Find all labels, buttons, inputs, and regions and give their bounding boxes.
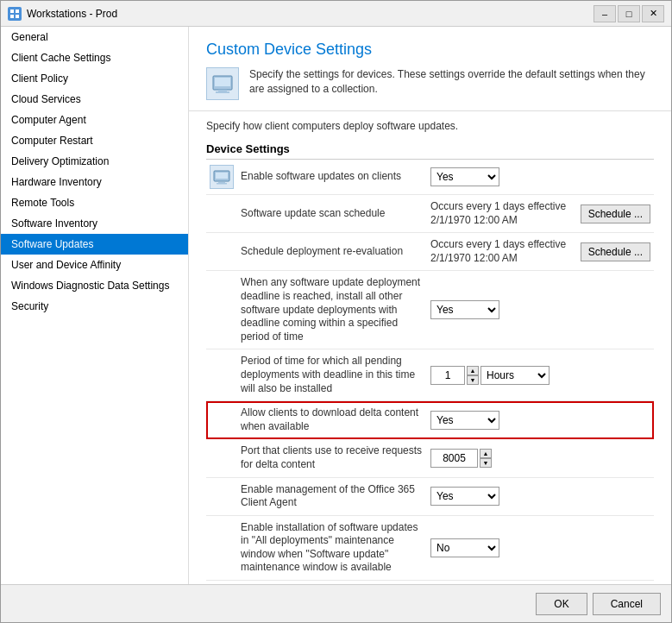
main-window: Workstations - Prod – □ ✕ GeneralClient …	[0, 0, 672, 623]
setting-select-5[interactable]: YesNo	[430, 411, 499, 430]
sidebar-item-windows-diagnostic-data-settings[interactable]: Windows Diagnostic Data Settings	[1, 275, 188, 296]
close-button[interactable]: ✕	[642, 5, 664, 22]
sidebar: GeneralClient Cache SettingsClient Polic…	[1, 27, 189, 584]
window-title: Workstations - Prod	[27, 8, 117, 20]
table-row: When any software update deployment dead…	[206, 271, 654, 349]
setting-select-8[interactable]: YesNo	[430, 538, 499, 557]
svg-rect-6	[218, 90, 227, 91]
setting-label: Enable software updates on clients	[237, 160, 427, 195]
setting-icon	[210, 165, 234, 189]
header-description: Specify the settings for devices. These …	[249, 67, 654, 97]
panel-title: Custom Device Settings	[206, 41, 654, 59]
table-row: Allow clients to download delta content …	[206, 401, 654, 439]
cancel-button[interactable]: Cancel	[593, 593, 661, 615]
sidebar-item-user-and-device-affinity[interactable]: User and Device Affinity	[1, 255, 188, 275]
setting-label: Schedule deployment re-evaluation	[237, 233, 427, 271]
sidebar-item-software-inventory[interactable]: Software Inventory	[1, 213, 188, 234]
setting-select-3[interactable]: YesNo	[430, 300, 499, 319]
setting-label: Enable management of the Office 365 Clie…	[237, 477, 427, 515]
setting-value-text: Occurs every 1 days effective 2/1/1970 1…	[430, 200, 566, 226]
app-icon	[8, 7, 22, 21]
footer-bar: OK Cancel	[1, 584, 671, 622]
svg-rect-5	[215, 78, 230, 86]
sidebar-item-general[interactable]: General	[1, 27, 188, 47]
schedule-button-2[interactable]: Schedule ...	[581, 242, 650, 261]
sidebar-item-computer-agent[interactable]: Computer Agent	[1, 110, 188, 130]
sidebar-item-client-policy[interactable]: Client Policy	[1, 68, 188, 89]
sidebar-item-software-updates[interactable]: Software Updates	[1, 234, 188, 255]
table-row: Enable software updates on clientsYesNo	[206, 160, 654, 195]
sidebar-item-client-cache-settings[interactable]: Client Cache Settings	[1, 47, 188, 68]
setting-label: Allow clients to download delta content …	[237, 401, 427, 439]
main-header: Custom Device Settings Specify the setti…	[189, 27, 671, 111]
setting-value-text: Occurs every 1 days effective 2/1/1970 1…	[430, 238, 566, 264]
setting-label: Port that clients use to receive request…	[237, 439, 427, 477]
schedule-button-1[interactable]: Schedule ...	[581, 205, 650, 223]
hours-select-4[interactable]: HoursDaysWeeks	[480, 366, 550, 385]
setting-label: Software update scan schedule	[237, 195, 427, 233]
setting-select-7[interactable]: YesNo	[430, 487, 499, 506]
device-settings-header: Device Settings	[206, 137, 654, 160]
svg-rect-3	[16, 15, 19, 18]
table-row: Software update scan scheduleOccurs ever…	[206, 195, 654, 233]
spin-up[interactable]: ▲	[480, 449, 492, 458]
svg-rect-1	[16, 9, 19, 13]
table-row: Period of time for which all pending dep…	[206, 349, 654, 401]
sidebar-item-remote-tools[interactable]: Remote Tools	[1, 192, 188, 213]
table-row: Enable management of the Office 365 Clie…	[206, 477, 654, 515]
sidebar-item-computer-restart[interactable]: Computer Restart	[1, 130, 188, 151]
sidebar-item-hardware-inventory[interactable]: Hardware Inventory	[1, 172, 188, 192]
spin-down[interactable]: ▼	[480, 458, 492, 468]
spin-down[interactable]: ▼	[467, 375, 479, 385]
main-panel: Custom Device Settings Specify the setti…	[189, 27, 671, 584]
sidebar-item-delivery-optimization[interactable]: Delivery Optimization	[1, 151, 188, 172]
settings-table: Enable software updates on clientsYesNoS…	[206, 160, 654, 584]
header-icon	[206, 67, 239, 100]
sidebar-item-cloud-services[interactable]: Cloud Services	[1, 89, 188, 110]
number-input-4[interactable]	[430, 366, 465, 385]
title-bar-left: Workstations - Prod	[8, 7, 117, 21]
port-input-6[interactable]	[430, 449, 478, 468]
svg-rect-2	[10, 15, 14, 18]
specify-text: Specify how client computers deploy soft…	[189, 111, 671, 137]
table-row: Enable installation of software updates …	[206, 515, 654, 580]
setting-label: Period of time for which all pending dep…	[237, 349, 427, 401]
svg-rect-11	[217, 183, 227, 185]
minimize-button[interactable]: –	[593, 5, 616, 22]
title-bar: Workstations - Prod – □ ✕	[1, 1, 671, 27]
setting-label: When any software update deployment dead…	[237, 271, 427, 349]
setting-label: Enable installation of software updates …	[237, 515, 427, 580]
setting-select-0[interactable]: YesNo	[430, 167, 499, 186]
window-controls: – □ ✕	[593, 5, 664, 22]
sidebar-item-security[interactable]: Security	[1, 296, 188, 317]
maximize-button[interactable]: □	[618, 5, 640, 22]
table-row: Port that clients use to receive request…	[206, 439, 654, 477]
svg-rect-0	[10, 9, 14, 13]
svg-rect-7	[216, 91, 229, 93]
header-info: Specify the settings for devices. These …	[206, 67, 654, 100]
ok-button[interactable]: OK	[536, 593, 587, 615]
content-area: GeneralClient Cache SettingsClient Polic…	[1, 27, 671, 584]
table-row: Schedule deployment re-evaluationOccurs …	[206, 233, 654, 271]
settings-outer: Device Settings Enable software updates …	[189, 137, 671, 584]
settings-panel[interactable]: Device Settings Enable software updates …	[189, 137, 671, 584]
spin-up[interactable]: ▲	[467, 366, 479, 375]
svg-rect-9	[216, 173, 228, 179]
